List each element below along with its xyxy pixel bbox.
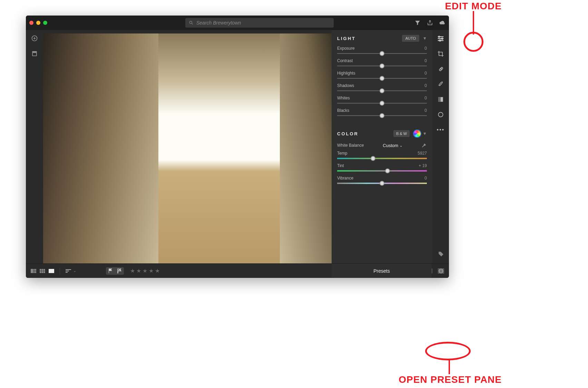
svg-rect-3: [32, 53, 37, 56]
slider-track[interactable]: [337, 64, 427, 68]
wb-select[interactable]: Custom⌄: [383, 143, 402, 148]
info-icon[interactable]: i: [438, 268, 444, 274]
radial-gradient-icon[interactable]: [437, 111, 444, 118]
heal-tool-icon[interactable]: [437, 65, 444, 73]
svg-rect-2: [32, 51, 37, 52]
svg-point-10: [438, 112, 443, 117]
edit-panel: LIGHT AUTO ▼ Exposure 0 Contrast 0 Highl…: [332, 30, 432, 263]
share-icon[interactable]: [427, 20, 433, 26]
sort-control[interactable]: ⌄: [66, 269, 76, 273]
slider-row: Shadows 0: [337, 83, 427, 88]
auto-button[interactable]: AUTO: [402, 35, 419, 42]
more-icon[interactable]: •••: [437, 126, 444, 134]
svg-rect-16: [40, 269, 41, 271]
star-rating[interactable]: ★★★★★: [130, 268, 160, 274]
slider-track[interactable]: [337, 51, 427, 56]
white-balance-row: White Balance Custom⌄: [337, 143, 427, 148]
star-icon[interactable]: ★: [149, 268, 154, 274]
slider-track[interactable]: [337, 181, 427, 185]
slider-label: Exposure: [337, 46, 355, 51]
close-window-button[interactable]: [29, 21, 33, 25]
slider-label: Tint: [337, 163, 344, 168]
zoom-window-button[interactable]: [43, 21, 47, 25]
flag-reject-icon[interactable]: [115, 267, 124, 275]
center-area: [43, 30, 332, 263]
slider-value: 0: [424, 46, 427, 51]
add-icon[interactable]: [31, 35, 38, 42]
svg-rect-18: [43, 269, 45, 271]
slider-track[interactable]: [337, 89, 427, 93]
star-icon[interactable]: ★: [155, 268, 160, 274]
slider-row: Contrast 0: [337, 58, 427, 63]
edit-tool-icon[interactable]: [437, 35, 444, 42]
star-icon[interactable]: ★: [136, 268, 141, 274]
light-collapse-icon[interactable]: ▼: [423, 36, 427, 41]
right-tool-rail: •••: [432, 30, 449, 263]
photo-content: [43, 33, 332, 263]
color-collapse-icon[interactable]: ▼: [423, 131, 427, 136]
slider-value: + 19: [419, 163, 427, 168]
photo-viewer[interactable]: [43, 33, 332, 263]
slider-value: 0: [424, 83, 427, 88]
annotation-edit-mode: EDIT MODE: [445, 1, 502, 12]
svg-rect-19: [40, 271, 41, 273]
wb-label: White Balance: [337, 143, 364, 148]
slider-label: Shadows: [337, 83, 354, 88]
slider-track[interactable]: [337, 169, 427, 173]
flag-group: [106, 267, 124, 275]
view-mode-group: [31, 269, 54, 273]
search-icon: [189, 20, 194, 25]
svg-point-0: [189, 21, 192, 23]
slider-value: 0: [424, 71, 427, 76]
view-grid-icon[interactable]: [40, 269, 45, 273]
svg-point-4: [439, 36, 440, 38]
view-single-icon[interactable]: [49, 269, 54, 273]
slider-label: Temp: [337, 151, 347, 156]
flag-pick-icon[interactable]: [106, 267, 115, 275]
crop-tool-icon[interactable]: [437, 50, 444, 58]
cloud-icon[interactable]: [439, 20, 445, 26]
slider-track[interactable]: [337, 101, 427, 105]
titlebar: Search Brewerytown: [26, 16, 449, 30]
svg-point-6: [439, 40, 441, 41]
presets-button[interactable]: Presets: [332, 263, 432, 278]
slider-row: Tint + 19: [337, 163, 427, 168]
color-header[interactable]: COLOR B & W ▼: [337, 129, 427, 138]
slider-label: Contrast: [337, 58, 353, 63]
search-placeholder: Search Brewerytown: [196, 20, 241, 26]
search-input[interactable]: Search Brewerytown: [185, 18, 334, 28]
app-body: LIGHT AUTO ▼ Exposure 0 Contrast 0 Highl…: [26, 30, 449, 263]
star-icon[interactable]: ★: [143, 268, 147, 274]
svg-rect-20: [42, 271, 43, 273]
slider-track[interactable]: [337, 156, 427, 161]
star-icon[interactable]: ★: [130, 268, 135, 274]
slider-value: 5927: [418, 151, 427, 156]
sort-chevron-icon: ⌄: [73, 269, 76, 273]
tag-icon[interactable]: [438, 251, 444, 257]
eyedropper-icon[interactable]: [421, 143, 427, 148]
brush-tool-icon[interactable]: [437, 80, 444, 88]
slider-label: Whites: [337, 96, 350, 100]
svg-rect-15: [35, 271, 37, 273]
slider-track[interactable]: [337, 114, 427, 118]
slider-value: 0: [424, 176, 427, 181]
slider-value: 0: [424, 58, 427, 63]
view-square-icon[interactable]: [31, 269, 36, 273]
slider-row: Vibrance 0: [337, 176, 427, 181]
linear-gradient-icon[interactable]: [437, 96, 444, 103]
bw-button[interactable]: B & W: [393, 130, 410, 137]
color-mixer-icon[interactable]: [413, 129, 421, 138]
minimize-window-button[interactable]: [36, 21, 40, 25]
svg-rect-12: [33, 269, 35, 271]
annotation-circle-edit: [463, 32, 483, 52]
slider-row: Highlights 0: [337, 71, 427, 76]
annotation-open-preset: OPEN PRESET PANE: [399, 374, 502, 385]
archive-icon[interactable]: [31, 50, 38, 57]
light-header[interactable]: LIGHT AUTO ▼: [337, 35, 427, 42]
slider-row: Blacks 0: [337, 108, 427, 113]
sort-icon: [66, 269, 71, 273]
color-title: COLOR: [337, 131, 359, 136]
slider-label: Blacks: [337, 108, 349, 113]
slider-track[interactable]: [337, 76, 427, 80]
filter-icon[interactable]: [414, 20, 421, 26]
